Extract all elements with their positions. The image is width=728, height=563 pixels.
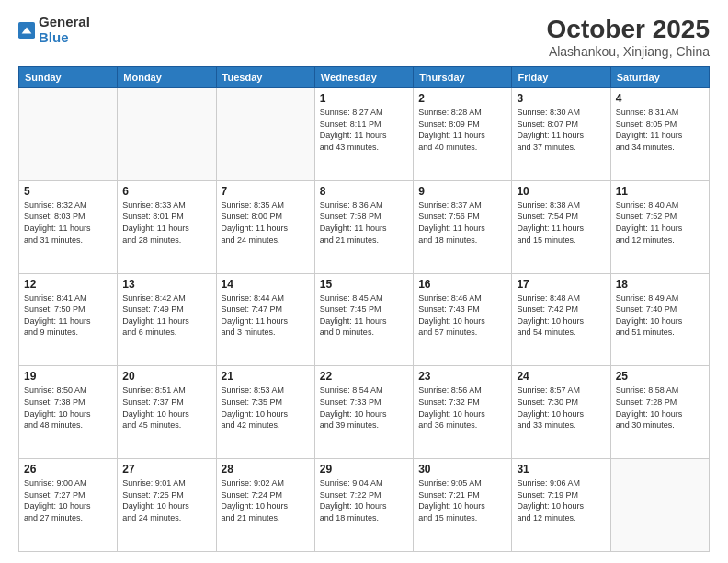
day-info: Sunrise: 8:46 AM Sunset: 7:43 PM Dayligh…	[418, 293, 506, 339]
day-info: Sunrise: 8:45 AM Sunset: 7:45 PM Dayligh…	[320, 293, 408, 339]
calendar-cell: 11Sunrise: 8:40 AM Sunset: 7:52 PM Dayli…	[610, 180, 709, 273]
calendar-cell: 17Sunrise: 8:48 AM Sunset: 7:42 PM Dayli…	[512, 273, 610, 366]
day-number: 21	[222, 370, 310, 383]
day-info: Sunrise: 8:40 AM Sunset: 7:52 PM Dayligh…	[616, 200, 704, 246]
day-info: Sunrise: 8:30 AM Sunset: 8:07 PM Dayligh…	[517, 107, 605, 153]
calendar-week-row-0: 1Sunrise: 8:27 AM Sunset: 8:11 PM Daylig…	[19, 88, 710, 181]
day-number: 23	[418, 370, 506, 383]
logo-text: General Blue	[39, 15, 90, 45]
calendar-cell: 28Sunrise: 9:02 AM Sunset: 7:24 PM Dayli…	[216, 459, 314, 552]
day-number: 25	[616, 370, 704, 383]
day-number: 11	[616, 185, 704, 198]
month-title: October 2025	[547, 15, 710, 44]
calendar-cell: 29Sunrise: 9:04 AM Sunset: 7:22 PM Dayli…	[314, 459, 413, 552]
day-info: Sunrise: 8:37 AM Sunset: 7:56 PM Dayligh…	[418, 200, 506, 246]
calendar-cell: 31Sunrise: 9:06 AM Sunset: 7:19 PM Dayli…	[512, 459, 610, 552]
day-number: 16	[418, 278, 506, 291]
day-info: Sunrise: 8:36 AM Sunset: 7:58 PM Dayligh…	[320, 200, 408, 246]
day-info: Sunrise: 8:27 AM Sunset: 8:11 PM Dayligh…	[320, 107, 408, 153]
calendar-cell: 2Sunrise: 8:28 AM Sunset: 8:09 PM Daylig…	[414, 88, 512, 181]
calendar-cell: 16Sunrise: 8:46 AM Sunset: 7:43 PM Dayli…	[414, 273, 512, 366]
calendar-cell: 8Sunrise: 8:36 AM Sunset: 7:58 PM Daylig…	[314, 180, 413, 273]
day-number: 26	[24, 463, 112, 476]
day-info: Sunrise: 8:33 AM Sunset: 8:01 PM Dayligh…	[122, 200, 210, 246]
day-info: Sunrise: 8:42 AM Sunset: 7:49 PM Dayligh…	[122, 293, 210, 339]
calendar-cell: 7Sunrise: 8:35 AM Sunset: 8:00 PM Daylig…	[216, 180, 314, 273]
day-number: 10	[517, 185, 605, 198]
day-number: 3	[517, 92, 605, 105]
day-info: Sunrise: 9:02 AM Sunset: 7:24 PM Dayligh…	[222, 477, 310, 523]
col-wednesday: Wednesday	[314, 67, 413, 88]
calendar-cell: 6Sunrise: 8:33 AM Sunset: 8:01 PM Daylig…	[118, 180, 216, 273]
calendar-cell: 13Sunrise: 8:42 AM Sunset: 7:49 PM Dayli…	[118, 273, 216, 366]
day-number: 14	[222, 278, 310, 291]
day-info: Sunrise: 8:50 AM Sunset: 7:38 PM Dayligh…	[24, 385, 112, 431]
day-number: 22	[320, 370, 408, 383]
day-info: Sunrise: 8:56 AM Sunset: 7:32 PM Dayligh…	[418, 385, 506, 431]
calendar-cell: 20Sunrise: 8:51 AM Sunset: 7:37 PM Dayli…	[118, 366, 216, 459]
day-info: Sunrise: 9:06 AM Sunset: 7:19 PM Dayligh…	[517, 477, 605, 523]
day-number: 18	[616, 278, 704, 291]
day-info: Sunrise: 8:35 AM Sunset: 8:00 PM Dayligh…	[222, 200, 310, 246]
calendar-cell: 22Sunrise: 8:54 AM Sunset: 7:33 PM Dayli…	[314, 366, 413, 459]
col-tuesday: Tuesday	[216, 67, 314, 88]
col-thursday: Thursday	[414, 67, 512, 88]
day-info: Sunrise: 8:54 AM Sunset: 7:33 PM Dayligh…	[320, 385, 408, 431]
day-info: Sunrise: 9:04 AM Sunset: 7:22 PM Dayligh…	[320, 477, 408, 523]
calendar-cell	[19, 88, 118, 181]
calendar-cell: 5Sunrise: 8:32 AM Sunset: 8:03 PM Daylig…	[19, 180, 118, 273]
day-number: 8	[320, 185, 408, 198]
day-info: Sunrise: 8:49 AM Sunset: 7:40 PM Dayligh…	[616, 293, 704, 339]
day-number: 5	[24, 185, 112, 198]
day-number: 12	[24, 278, 112, 291]
day-number: 6	[122, 185, 210, 198]
col-sunday: Sunday	[19, 67, 118, 88]
calendar-cell: 25Sunrise: 8:58 AM Sunset: 7:28 PM Dayli…	[610, 366, 709, 459]
calendar-cell: 19Sunrise: 8:50 AM Sunset: 7:38 PM Dayli…	[19, 366, 118, 459]
day-number: 17	[517, 278, 605, 291]
calendar-table: Sunday Monday Tuesday Wednesday Thursday…	[18, 66, 710, 552]
col-saturday: Saturday	[610, 67, 709, 88]
calendar-cell: 10Sunrise: 8:38 AM Sunset: 7:54 PM Dayli…	[512, 180, 610, 273]
day-number: 30	[418, 463, 506, 476]
calendar-week-row-4: 26Sunrise: 9:00 AM Sunset: 7:27 PM Dayli…	[19, 459, 710, 552]
logo-blue: Blue	[39, 30, 90, 46]
day-info: Sunrise: 9:01 AM Sunset: 7:25 PM Dayligh…	[122, 477, 210, 523]
calendar-week-row-2: 12Sunrise: 8:41 AM Sunset: 7:50 PM Dayli…	[19, 273, 710, 366]
calendar-header-row: Sunday Monday Tuesday Wednesday Thursday…	[19, 67, 710, 88]
col-monday: Monday	[118, 67, 216, 88]
day-number: 31	[517, 463, 605, 476]
day-info: Sunrise: 8:41 AM Sunset: 7:50 PM Dayligh…	[24, 293, 112, 339]
top-section: General Blue October 2025 Alashankou, Xi…	[18, 15, 710, 59]
day-number: 19	[24, 370, 112, 383]
logo: General Blue	[18, 15, 90, 45]
day-number: 20	[122, 370, 210, 383]
calendar-cell: 27Sunrise: 9:01 AM Sunset: 7:25 PM Dayli…	[118, 459, 216, 552]
day-info: Sunrise: 8:31 AM Sunset: 8:05 PM Dayligh…	[616, 107, 704, 153]
calendar-cell: 4Sunrise: 8:31 AM Sunset: 8:05 PM Daylig…	[610, 88, 709, 181]
calendar-cell	[610, 459, 709, 552]
day-number: 1	[320, 92, 408, 105]
calendar-cell	[216, 88, 314, 181]
day-info: Sunrise: 9:00 AM Sunset: 7:27 PM Dayligh…	[24, 477, 112, 523]
calendar-cell: 12Sunrise: 8:41 AM Sunset: 7:50 PM Dayli…	[19, 273, 118, 366]
day-info: Sunrise: 8:48 AM Sunset: 7:42 PM Dayligh…	[517, 293, 605, 339]
day-number: 27	[122, 463, 210, 476]
day-info: Sunrise: 9:05 AM Sunset: 7:21 PM Dayligh…	[418, 477, 506, 523]
day-number: 29	[320, 463, 408, 476]
calendar-cell: 21Sunrise: 8:53 AM Sunset: 7:35 PM Dayli…	[216, 366, 314, 459]
calendar-cell: 23Sunrise: 8:56 AM Sunset: 7:32 PM Dayli…	[414, 366, 512, 459]
day-number: 4	[616, 92, 704, 105]
calendar-cell: 15Sunrise: 8:45 AM Sunset: 7:45 PM Dayli…	[314, 273, 413, 366]
day-number: 7	[222, 185, 310, 198]
calendar-cell: 18Sunrise: 8:49 AM Sunset: 7:40 PM Dayli…	[610, 273, 709, 366]
day-number: 15	[320, 278, 408, 291]
day-number: 24	[517, 370, 605, 383]
day-number: 9	[418, 185, 506, 198]
location-subtitle: Alashankou, Xinjiang, China	[547, 44, 710, 59]
calendar-cell: 26Sunrise: 9:00 AM Sunset: 7:27 PM Dayli…	[19, 459, 118, 552]
day-info: Sunrise: 8:51 AM Sunset: 7:37 PM Dayligh…	[122, 385, 210, 431]
calendar-cell: 24Sunrise: 8:57 AM Sunset: 7:30 PM Dayli…	[512, 366, 610, 459]
title-section: October 2025 Alashankou, Xinjiang, China	[547, 15, 710, 59]
day-info: Sunrise: 8:58 AM Sunset: 7:28 PM Dayligh…	[616, 385, 704, 431]
